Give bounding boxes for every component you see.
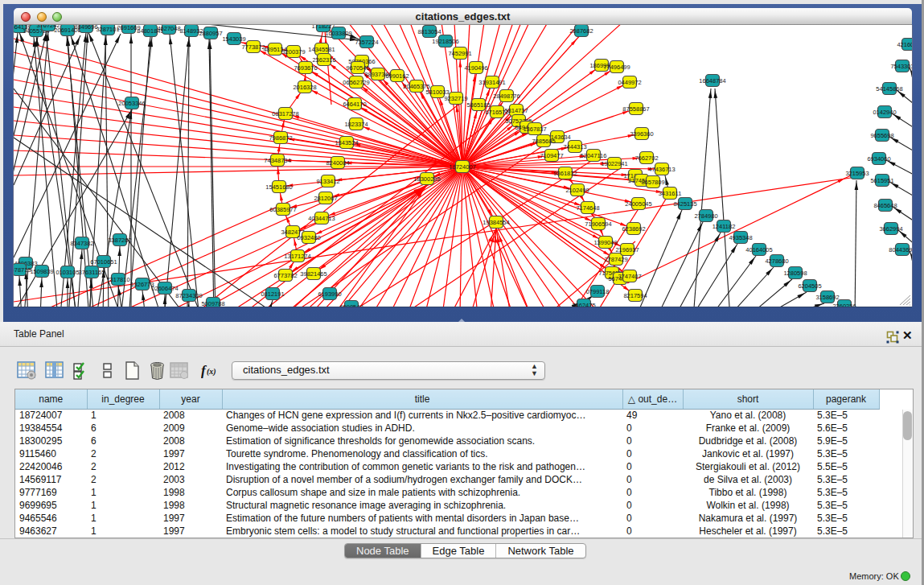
svg-text:8217594: 8217594 <box>623 292 647 299</box>
svg-text:2016328: 2016328 <box>293 84 316 91</box>
svg-text:2880957: 2880957 <box>199 30 222 37</box>
svg-text:4216073: 4216073 <box>897 41 912 48</box>
svg-text:0142940: 0142940 <box>873 109 896 116</box>
svg-text:40344713: 40344713 <box>308 215 335 222</box>
svg-text:1343524: 1343524 <box>335 139 358 146</box>
svg-text:0932480: 0932480 <box>297 234 320 241</box>
svg-text:52047116: 52047116 <box>581 152 607 159</box>
svg-text:7693676: 7693676 <box>294 64 317 72</box>
svg-text:4935348: 4935348 <box>729 234 752 241</box>
svg-text:2812067: 2812067 <box>314 195 337 202</box>
svg-text:7452991: 7452991 <box>448 50 471 57</box>
svg-text:19022941: 19022941 <box>601 160 627 167</box>
svg-text:40164005: 40164005 <box>745 246 772 253</box>
svg-text:1326773: 1326773 <box>130 281 154 288</box>
svg-text:8657809: 8657809 <box>641 179 664 186</box>
svg-text:8849696: 8849696 <box>74 25 97 31</box>
svg-text:7543303: 7543303 <box>890 63 912 70</box>
svg-text:28498776: 28498776 <box>493 93 519 100</box>
svg-text:0103105: 0103105 <box>55 269 79 276</box>
svg-text:2784980: 2784980 <box>694 212 717 220</box>
svg-text:16033809: 16033809 <box>325 30 351 37</box>
svg-text:7109477: 7109477 <box>540 152 563 159</box>
svg-text:0449972: 0449972 <box>618 79 641 86</box>
svg-text:3158692: 3158692 <box>815 294 839 301</box>
svg-text:6990162: 6990162 <box>385 72 409 80</box>
svg-text:3215953: 3215953 <box>845 170 869 177</box>
svg-text:08317278: 08317278 <box>272 110 298 117</box>
svg-text:6934060: 6934060 <box>867 155 890 163</box>
svg-text:6193990: 6193990 <box>318 290 341 298</box>
svg-text:2102499: 2102499 <box>565 187 589 194</box>
svg-text:9361832: 9361832 <box>553 170 577 177</box>
svg-text:5615951: 5615951 <box>870 177 893 184</box>
svg-text:7986872: 7986872 <box>269 134 292 142</box>
svg-text:02606474: 02606474 <box>151 285 178 292</box>
svg-text:6578713: 6578713 <box>14 266 31 274</box>
svg-text:7317810: 7317810 <box>106 276 129 283</box>
svg-text:9133412: 9133412 <box>316 178 339 185</box>
svg-text:87558867: 87558867 <box>622 105 649 113</box>
svg-text:3462475: 3462475 <box>572 302 595 307</box>
svg-text:5009788: 5009788 <box>201 300 224 307</box>
svg-text:5314737: 5314737 <box>504 107 528 114</box>
svg-text:8347382: 8347382 <box>70 240 93 247</box>
svg-text:8240084: 8240084 <box>326 159 349 167</box>
svg-text:3396360: 3396360 <box>630 130 653 138</box>
svg-text:7662702: 7662702 <box>634 154 658 162</box>
svg-text:8813054: 8813054 <box>417 28 441 35</box>
svg-text:77496499: 77496499 <box>603 64 630 71</box>
svg-text:4190496: 4190496 <box>464 64 487 72</box>
svg-text:6238692: 6238692 <box>622 225 645 233</box>
svg-text:1280598: 1280598 <box>783 270 807 277</box>
svg-text:(x): (x) <box>207 367 216 377</box>
svg-text:1543039: 1543039 <box>222 35 245 43</box>
svg-text:6464170: 6464170 <box>343 101 366 108</box>
svg-text:1509839: 1509839 <box>30 268 53 275</box>
svg-text:6204505: 6204505 <box>798 282 821 290</box>
svg-text:19218506: 19218506 <box>432 38 458 45</box>
svg-text:8425135: 8425135 <box>673 200 696 208</box>
svg-text:2362316: 2362316 <box>312 56 335 64</box>
svg-text:0812191: 0812191 <box>261 290 284 298</box>
svg-text:7357224: 7357224 <box>355 39 378 46</box>
svg-text:2787429: 2787429 <box>604 256 627 263</box>
svg-text:9232719: 9232719 <box>444 95 467 102</box>
svg-text:15451680: 15451680 <box>265 183 292 191</box>
svg-text:67010651: 67010651 <box>90 258 117 266</box>
svg-text:14345581: 14345581 <box>308 46 335 53</box>
svg-text:9655698: 9655698 <box>870 132 893 139</box>
svg-text:7885685: 7885685 <box>532 138 555 145</box>
svg-text:3662994: 3662994 <box>879 225 902 233</box>
svg-text:60385977: 60385977 <box>269 206 296 213</box>
svg-text:7444313: 7444313 <box>563 143 586 150</box>
svg-text:4278680: 4278680 <box>765 257 788 265</box>
svg-text:16648784: 16648784 <box>699 77 725 84</box>
svg-text:31931491: 31931491 <box>478 79 505 86</box>
svg-text:6773782: 6773782 <box>273 272 297 279</box>
svg-text:1367837: 1367837 <box>523 126 546 133</box>
svg-text:7773872: 7773872 <box>241 43 265 51</box>
svg-text:39821465: 39821465 <box>300 270 326 278</box>
svg-text:13171274: 13171274 <box>284 253 310 260</box>
svg-text:0799118: 0799118 <box>586 288 610 295</box>
svg-text:80443699: 80443699 <box>889 246 912 253</box>
svg-text:3200379: 3200379 <box>281 48 305 56</box>
svg-text:24005045: 24005045 <box>625 200 651 208</box>
svg-text:20053346: 20053346 <box>118 100 145 107</box>
svg-text:2087682: 2087682 <box>569 27 593 35</box>
svg-text:6998543: 6998543 <box>339 303 363 307</box>
svg-text:71906594: 71906594 <box>585 220 611 228</box>
svg-text:1399049: 1399049 <box>593 239 617 246</box>
svg-text:37631165: 37631165 <box>79 269 105 276</box>
svg-text:06562729: 06562729 <box>343 79 369 86</box>
svg-text:8465648: 8465648 <box>873 202 897 209</box>
svg-text:18300295: 18300295 <box>413 175 440 183</box>
svg-text:3387262: 3387262 <box>108 237 131 244</box>
svg-text:3431611: 3431611 <box>659 190 682 197</box>
svg-text:5865185: 5865185 <box>466 101 490 109</box>
svg-text:2260256: 2260256 <box>832 303 856 307</box>
svg-text:3747407: 3747407 <box>618 273 641 280</box>
svg-text:3287101: 3287101 <box>96 26 119 33</box>
svg-text:18724007: 18724007 <box>449 163 475 171</box>
